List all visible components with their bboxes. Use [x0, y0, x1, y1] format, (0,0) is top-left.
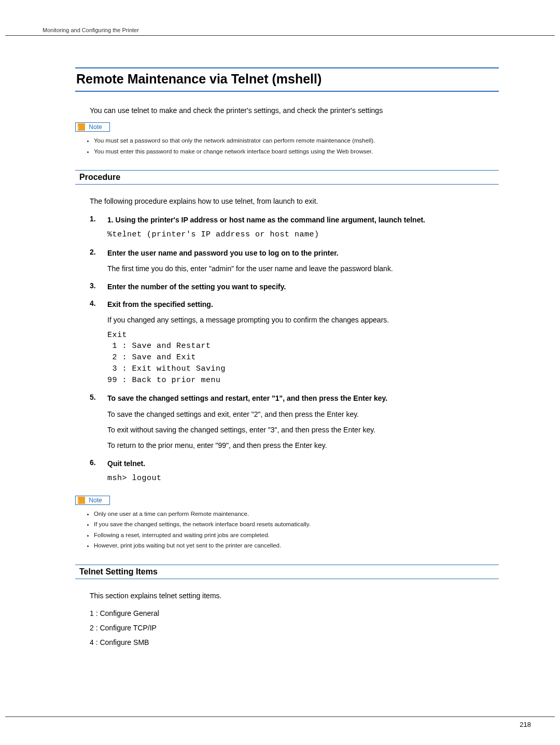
intro-text: You can use telnet to make and check the… — [90, 106, 499, 115]
code-block: Exit 1 : Save and Restart 2 : Save and E… — [107, 330, 499, 386]
page-number: 218 — [520, 721, 531, 728]
step-title: 1. Using the printer's IP address or hos… — [107, 215, 499, 225]
page-title: Remote Maintenance via Telnet (mshell) — [75, 67, 499, 92]
step-body: To return to the prior menu, enter "99",… — [107, 440, 499, 451]
note-item: However, print jobs waiting but not yet … — [94, 542, 499, 550]
note-item: If you save the changed settings, the ne… — [94, 521, 499, 529]
header-rule — [5, 35, 555, 36]
step-number: 4. — [90, 299, 96, 307]
setting-item: 4 : Configure SMB — [90, 638, 499, 646]
note-list-1: You must set a password so that only the… — [94, 137, 499, 156]
telnet-settings-intro: This section explains telnet setting ite… — [90, 592, 499, 600]
step-body: To exit without saving the changed setti… — [107, 425, 499, 435]
step-number: 1. — [90, 215, 96, 223]
step-title: Enter the number of the setting you want… — [107, 282, 499, 292]
step-6: 6. Quit telnet. msh> logout — [90, 458, 499, 484]
step-1: 1. 1. Using the printer's IP address or … — [90, 215, 499, 241]
procedure-steps: 1. 1. Using the printer's IP address or … — [90, 215, 499, 484]
procedure-heading: Procedure — [75, 170, 499, 185]
step-title: Exit from the specified setting. — [107, 299, 499, 310]
note-item: You must enter this password to make or … — [94, 148, 499, 156]
step-number: 6. — [90, 458, 96, 467]
step-number: 5. — [90, 393, 96, 401]
note-label: ↓ Note — [75, 122, 110, 132]
code-block: msh> logout — [107, 473, 499, 484]
down-arrow-icon: ↓ — [77, 124, 80, 131]
note-item: Only one user at a time can perform Remo… — [94, 510, 499, 518]
note-label: ↓ Note — [75, 496, 110, 505]
setting-item: 2 : Configure TCP/IP — [90, 624, 499, 632]
step-body: To save the changed settings and exit, e… — [107, 409, 499, 419]
step-title: Enter the user name and password you use… — [107, 248, 499, 258]
footer-rule — [5, 716, 555, 717]
step-number: 3. — [90, 282, 96, 290]
setting-item: 1 : Configure General — [90, 609, 499, 617]
note-item: You must set a password so that only the… — [94, 137, 499, 145]
step-title: To save the changed settings and restart… — [107, 393, 499, 403]
step-body: If you changed any settings, a message p… — [107, 315, 499, 325]
note-list-2: Only one user at a time can perform Remo… — [94, 510, 499, 550]
step-title: Quit telnet. — [107, 458, 499, 469]
telnet-settings-list: 1 : Configure General 2 : Configure TCP/… — [90, 609, 499, 646]
procedure-intro: The following procedure explains how to … — [90, 197, 499, 205]
step-body: The first time you do this, enter "admin… — [107, 263, 499, 274]
down-arrow-icon: ↓ — [77, 498, 80, 504]
code-block: %telnet (printer's IP address or host na… — [107, 229, 499, 241]
running-header: Monitoring and Configuring the Printer — [43, 27, 139, 33]
step-5: 5. To save the changed settings and rest… — [90, 393, 499, 451]
step-3: 3. Enter the number of the setting you w… — [90, 282, 499, 292]
note-label-text: Note — [89, 497, 102, 504]
telnet-settings-heading: Telnet Setting Items — [75, 565, 499, 579]
step-4: 4. Exit from the specified setting. If y… — [90, 299, 499, 386]
note-item: Following a reset, interrupted and waiti… — [94, 531, 499, 540]
note-label-text: Note — [89, 123, 102, 131]
page-content: Remote Maintenance via Telnet (mshell) Y… — [75, 67, 499, 653]
step-2: 2. Enter the user name and password you … — [90, 248, 499, 274]
step-number: 2. — [90, 248, 96, 256]
